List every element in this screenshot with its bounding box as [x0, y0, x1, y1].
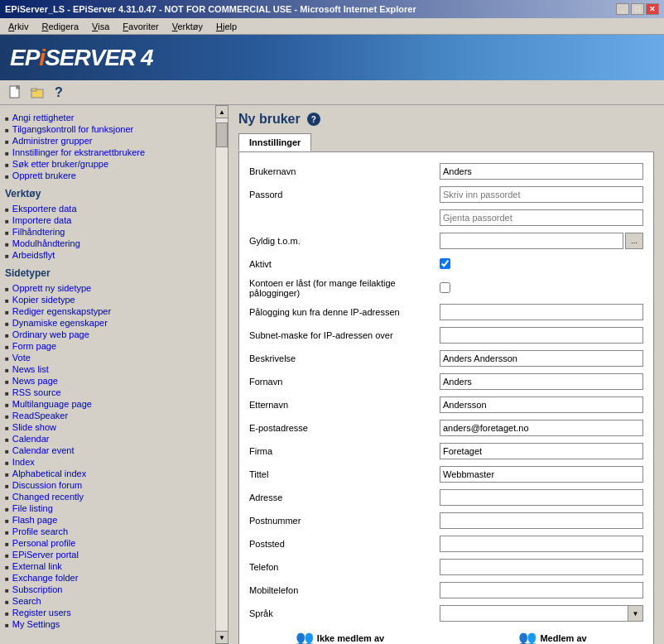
input-postnummer[interactable]: [440, 512, 643, 529]
menu-redigera[interactable]: Redigera: [36, 21, 84, 32]
sidebar-item-flash-page[interactable]: ■Flash page: [5, 514, 210, 526]
menu-hjelp[interactable]: Hjelp: [211, 21, 242, 32]
sidebar-item-filhandtering[interactable]: ■Filhåndtering: [5, 226, 210, 238]
sidebar-item-my-settings[interactable]: ■My Settings: [5, 618, 210, 630]
sidebar-item-administrer-grupper[interactable]: ■Administrer grupper: [5, 135, 210, 147]
select-sprak[interactable]: [440, 605, 628, 622]
sidebar-item-index[interactable]: ■Index: [5, 456, 210, 468]
sidebar-scroll-down[interactable]: ▼: [215, 631, 229, 644]
label-fornavn: Fornavn: [249, 377, 440, 387]
help-icon[interactable]: ?: [50, 84, 68, 102]
sidebar-scroll-thumb[interactable]: [216, 123, 228, 147]
sidebar-item-readspeaker[interactable]: ■ReadSpeaker: [5, 410, 210, 421]
sidebar-item-register-users[interactable]: ■Register users: [5, 607, 210, 618]
sidebar-item-calendar[interactable]: ■Calendar: [5, 433, 210, 445]
sidebar-item-eksportere[interactable]: ■Eksportere data: [5, 203, 210, 214]
field-gyldig: Gyldig t.o.m. ...: [249, 232, 643, 250]
close-button[interactable]: ✕: [646, 3, 659, 15]
date-picker-button[interactable]: ...: [625, 233, 643, 249]
sidebar-item-changed-recently[interactable]: ■Changed recently: [5, 491, 210, 502]
field-aktivt: Aktivt: [249, 255, 643, 273]
sidebar-item-tilgangskontroll[interactable]: ■Tilgangskontroll for funksjoner: [5, 123, 210, 135]
minimize-button[interactable]: _: [616, 3, 629, 15]
menu-arkiv[interactable]: Arkiv: [3, 21, 33, 32]
input-tittel[interactable]: [440, 466, 643, 483]
not-member-icon: 👥: [296, 629, 314, 644]
sidebar-item-ordinary-web[interactable]: ■Ordinary web page: [5, 329, 210, 340]
control-brukernavn: [440, 163, 643, 180]
page-help-icon[interactable]: ?: [307, 113, 320, 126]
sidebar-item-innstillinger-ekstranet[interactable]: ■Innstillinger for ekstranettbrukere: [5, 147, 210, 158]
sidebar-item-rss[interactable]: ■RSS source: [5, 387, 210, 398]
open-icon[interactable]: [28, 84, 46, 102]
control-gyldig: ...: [440, 233, 643, 249]
sidebar-item-external-link[interactable]: ■External link: [5, 560, 210, 572]
sidebar-item-kopier-sidetype[interactable]: ■Kopier sidetype: [5, 294, 210, 305]
menu-visa[interactable]: Visa: [87, 21, 114, 32]
input-adresse[interactable]: [440, 489, 643, 506]
sidebar-item-calendar-event[interactable]: ■Calendar event: [5, 445, 210, 456]
checkbox-kontoen-last[interactable]: [440, 282, 450, 293]
input-fornavn[interactable]: [440, 373, 643, 390]
field-subnet: Subnet-maske for IP-adressen over: [249, 326, 643, 344]
sidebar-scroll-track[interactable]: [216, 118, 228, 631]
new-page-icon[interactable]: [7, 84, 25, 102]
sprak-dropdown-arrow[interactable]: ▼: [628, 605, 643, 622]
sidebar-item-news-list[interactable]: ■News list: [5, 363, 210, 375]
sidebar-item-exchange-folder[interactable]: ■Exchange folder: [5, 572, 210, 584]
sidebar-item-subscription[interactable]: ■Subscription: [5, 584, 210, 595]
sidebar-item-rediger-egenskapstyper[interactable]: ■Rediger egenskapstyper: [5, 305, 210, 317]
sidebar-item-modulhandtering[interactable]: ■Modulhåndtering: [5, 238, 210, 249]
sidebar-item-alphabetical-index[interactable]: ■Alphabetical index: [5, 468, 210, 479]
label-postnummer: Postnummer: [249, 516, 440, 526]
menu-favoriter[interactable]: Favoriter: [118, 21, 163, 32]
control-gjenta-passord: [440, 209, 643, 226]
sidebar-item-importere[interactable]: ■Importere data: [5, 214, 210, 226]
sidebar-item-discussion[interactable]: ■Discussion forum: [5, 479, 210, 491]
sidebar-item-multilanguage[interactable]: ■Multilanguage page: [5, 398, 210, 410]
input-brukernavn[interactable]: [440, 163, 643, 180]
sidebar-item-profile-search[interactable]: ■Profile search: [5, 526, 210, 537]
sidebar-item-opprett-brukere[interactable]: ■Opprett brukere: [5, 170, 210, 181]
sidebar-item-search[interactable]: ■Search: [5, 595, 210, 607]
input-firma[interactable]: [440, 443, 643, 459]
input-poststed[interactable]: [440, 536, 643, 552]
sidebar-item-slide-show[interactable]: ■Slide show: [5, 421, 210, 433]
checkbox-aktivt[interactable]: [440, 258, 450, 269]
menu-verktyg[interactable]: Verktøy: [167, 21, 208, 32]
sidebar-item-vote[interactable]: ■Vote: [5, 352, 210, 363]
sidebar-item-news-page[interactable]: ■News page: [5, 375, 210, 387]
input-etternavn[interactable]: [440, 396, 643, 413]
maximize-button[interactable]: □: [631, 3, 644, 15]
tab-innstillinger[interactable]: Innstillinger: [238, 133, 311, 151]
label-kontoen-last: Kontoen er låst (for mange feilaktige på…: [249, 278, 440, 298]
input-epost[interactable]: [440, 420, 643, 436]
label-epost: E-postadresse: [249, 423, 440, 433]
input-subnet[interactable]: [440, 327, 643, 344]
sidebar-item-opprett-sidetype[interactable]: ■Opprett ny sidetype: [5, 282, 210, 294]
sidebar-item-dynamiske[interactable]: ■Dynamiske egenskaper: [5, 317, 210, 329]
sidebar-item-personal-profile[interactable]: ■Personal profile: [5, 537, 210, 549]
window-controls[interactable]: _ □ ✕: [616, 3, 659, 15]
sidebar-item-sok-bruker[interactable]: ■Søk etter bruker/gruppe: [5, 158, 210, 170]
sidebar-item-episerver-portal[interactable]: ■EPiServer portal: [5, 549, 210, 560]
input-palogging[interactable]: [440, 304, 643, 320]
sidebar-item-arbeidsflyt[interactable]: ■Arbeidsflyt: [5, 249, 210, 261]
input-gjenta-passord[interactable]: [440, 209, 643, 226]
sidebar-section-sidetyper: ■Opprett ny sidetype ■Kopier sidetype ■R…: [5, 282, 210, 630]
sidebar-item-file-listing[interactable]: ■File listing: [5, 502, 210, 514]
field-adresse: Adresse: [249, 488, 643, 507]
sidebar-item-form-page[interactable]: ■Form page: [5, 340, 210, 352]
input-gyldig-date[interactable]: [440, 233, 623, 249]
member-box: 👥 Medlem av WebEditors: [462, 629, 643, 644]
control-aktivt: [440, 258, 643, 271]
sidebar-scroll-up[interactable]: ▲: [215, 105, 229, 118]
input-mobiltelefon[interactable]: [440, 582, 643, 598]
field-brukernavn: Brukernavn: [249, 162, 643, 180]
sidebar-item-angi-rettigheter[interactable]: ■Angi rettigheter: [5, 112, 210, 123]
input-telefon[interactable]: [440, 559, 643, 575]
input-passord[interactable]: [440, 186, 643, 203]
label-passord: Passord: [249, 190, 440, 199]
input-beskrivelse[interactable]: [440, 350, 643, 367]
control-etternavn: [440, 396, 643, 413]
